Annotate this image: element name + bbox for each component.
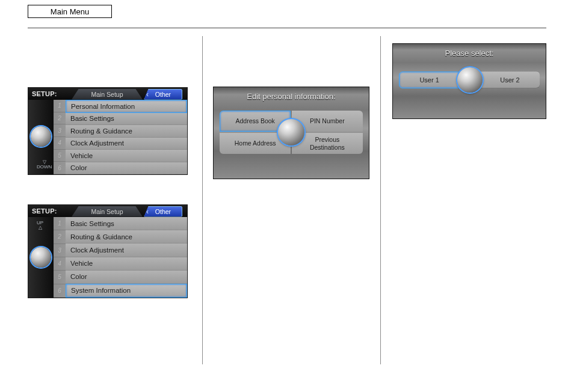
row-number-column: 1 2 3 4 5 6 [54,100,66,174]
row-number: 5 [54,271,66,284]
tab-other-label: Other [155,91,171,98]
menu-item-vehicle[interactable]: Vehicle [66,257,187,271]
row-number: 1 [54,217,66,230]
main-menu-button[interactable]: Main Menu [28,5,112,18]
tab-other-label: Other [155,208,171,215]
tab-other[interactable]: Other [144,89,182,100]
titlebar: SETUP: Main Setup Other [28,88,187,100]
option-label: PIN Number [310,117,345,125]
row-number: 2 [54,112,66,125]
menu-item-clock-adjustment[interactable]: Clock Adjustment [66,243,187,257]
menu-item-system-information[interactable]: System Information [66,284,187,298]
setup-screen-bottom: SETUP: Main Setup Other UP △ 1 2 3 4 5 6… [28,204,188,298]
modal-title: Edit personal information: [247,92,335,101]
row-number: 2 [54,230,66,243]
menu-item-label: Basic Settings [70,220,114,227]
rotary-knob-icon[interactable] [31,126,51,147]
rotary-knob-icon[interactable] [31,247,51,268]
menu-item-label: Routing & Guidance [70,233,132,240]
menu-list: Personal Information Basic Settings Rout… [66,100,187,174]
menu-item-vehicle[interactable]: Vehicle [66,150,187,162]
menu-item-label: Color [70,164,87,171]
row-number: 5 [54,150,66,162]
titlebar: SETUP: Main Setup Other [28,205,187,217]
menu-item-label: Vehicle [70,152,93,159]
tab-main-setup[interactable]: Main Setup [72,89,143,100]
row-number: 3 [54,244,66,257]
user-select-screen: Please select: User 1 User 2 [392,43,546,119]
up-arrow-icon[interactable]: UP △ [37,221,43,230]
menu-item-color[interactable]: Color [66,162,187,175]
menu-item-clock-adjustment[interactable]: Clock Adjustment [66,138,187,150]
down-arrow-icon[interactable]: ▽ DOWN [37,160,52,170]
row-number: 6 [54,284,66,298]
option-grid: Address Book PIN Number Home Address Pre… [220,111,362,154]
tab-main-label: Main Setup [91,208,123,215]
menu-list: Basic Settings Routing & Guidance Clock … [66,217,187,298]
menu-item-label: Clock Adjustment [70,139,124,147]
setup-title: SETUP: [28,90,61,97]
menu-item-label: Clock Adjustment [70,247,124,254]
nav-knob-column: UP △ [28,217,54,298]
option-label: Home Address [235,139,276,147]
menu-item-label: Vehicle [70,260,93,267]
menu-item-label: System Information [71,287,131,294]
option-label: User 2 [500,76,519,84]
menu-item-basic-settings[interactable]: Basic Settings [66,113,187,126]
row-number: 4 [54,137,66,150]
nav-knob-column: ▽ DOWN [28,100,54,174]
row-number: 6 [54,162,66,174]
modal-title: Please select: [445,49,494,58]
option-user-1[interactable]: User 1 [399,72,460,88]
user-pill-row: User 1 User 2 [399,67,540,93]
option-label: User 1 [419,76,439,84]
menu-item-basic-settings[interactable]: Basic Settings [66,217,187,230]
divider-horizontal [28,28,546,28]
menu-item-label: Color [70,273,87,280]
menu-item-label: Routing & Guidance [70,127,132,135]
setup-screen-top: SETUP: Main Setup Other ▽ DOWN 1 2 3 4 5… [28,87,188,175]
menu-item-personal-information[interactable]: Personal Information [66,100,187,113]
menu-item-routing-guidance[interactable]: Routing & Guidance [66,125,187,138]
divider-vertical-2 [380,36,381,364]
option-label: Previous Destinations [310,136,345,151]
tab-main-label: Main Setup [91,91,123,98]
rotary-knob-icon[interactable] [278,119,304,145]
menu-item-label: Basic Settings [70,115,114,122]
tab-main-setup[interactable]: Main Setup [72,206,143,217]
menu-item-label: Personal Information [71,103,135,110]
edit-personal-info-screen: Edit personal information: Address Book … [213,87,369,179]
menu-item-color[interactable]: Color [66,271,187,284]
option-user-2[interactable]: User 2 [480,72,540,88]
row-number: 3 [54,124,66,137]
tab-other[interactable]: Other [144,206,182,217]
main-menu-label: Main Menu [51,7,89,16]
row-number: 4 [54,257,66,271]
menu-item-routing-guidance[interactable]: Routing & Guidance [66,230,187,243]
rotary-knob-icon[interactable] [457,67,483,93]
setup-title: SETUP: [28,207,61,215]
option-label: Address Book [235,117,274,125]
row-number-column: 1 2 3 4 5 6 [54,217,66,298]
row-number: 1 [54,100,66,112]
divider-vertical-1 [202,36,203,364]
